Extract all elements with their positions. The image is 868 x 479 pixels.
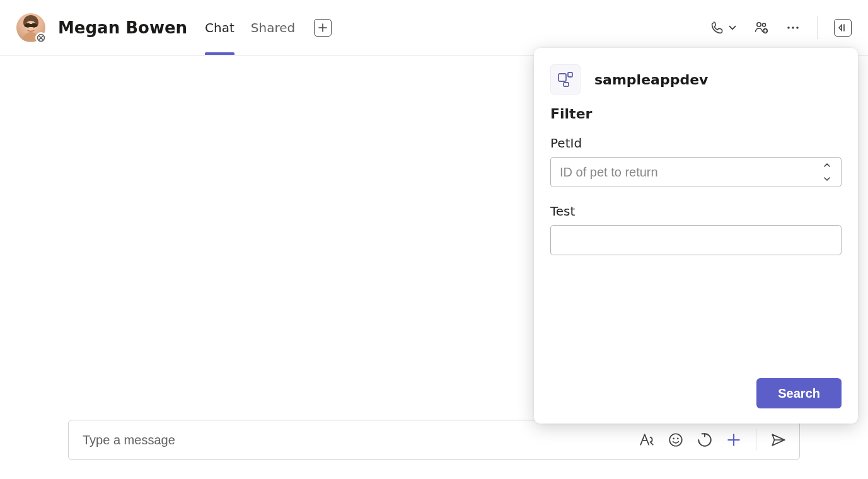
more-button[interactable] [785,20,801,35]
petid-input[interactable] [550,157,842,187]
loop-button[interactable] [697,432,713,448]
compose-divider [756,429,756,451]
petid-field-wrap [550,157,842,187]
plus-icon [318,23,328,33]
header-tabs: Chat Shared [205,0,332,55]
svg-rect-15 [568,72,572,77]
phone-icon [710,20,725,35]
app-name: sampleappdev [594,72,708,88]
svg-point-12 [673,438,674,440]
presence-offline-icon [35,32,47,43]
chevron-up-icon [823,162,831,168]
plus-icon [726,432,742,448]
test-input[interactable] [550,225,842,255]
chevron-down-icon [823,176,831,182]
message-input[interactable] [81,432,639,448]
contact-avatar[interactable] [16,13,45,42]
add-people-button[interactable] [754,20,769,35]
svg-point-9 [792,26,794,29]
header-actions [710,16,852,39]
header-divider [817,16,818,39]
svg-rect-14 [558,74,566,81]
filter-title: Filter [550,106,842,122]
popout-button[interactable] [834,19,852,37]
tab-chat[interactable]: Chat [205,0,234,55]
call-button[interactable] [710,20,738,35]
petid-label: PetId [550,136,842,151]
more-icon [785,20,801,35]
svg-point-5 [757,22,761,26]
emoji-icon [668,432,684,448]
test-field-wrap [550,225,842,255]
actions-button[interactable] [726,432,742,448]
app-icon [557,71,574,88]
svg-point-8 [787,26,790,29]
emoji-button[interactable] [668,432,684,448]
loop-icon [697,432,713,448]
extension-card: sampleappdev Filter PetId Test Search [534,48,858,424]
card-footer: Search [550,378,842,408]
contact-name: Megan Bowen [58,18,187,37]
svg-point-6 [763,23,766,26]
add-tab-button[interactable] [314,19,332,37]
popout-icon [838,23,848,33]
send-icon [770,432,787,448]
svg-point-11 [669,434,682,446]
card-header: sampleappdev [550,64,842,95]
compose-box [68,420,800,460]
svg-rect-16 [564,83,569,86]
format-button[interactable] [639,432,655,448]
svg-point-13 [677,438,679,440]
petid-stepper[interactable] [823,162,835,182]
test-label: Test [550,204,842,219]
chat-header: Megan Bowen Chat Shared [0,0,868,55]
svg-point-10 [796,26,799,29]
chevron-down-icon [727,23,738,33]
app-tile [550,64,581,95]
chat-main: sampleappdev Filter PetId Test Search [0,55,868,479]
compose-actions [639,429,787,451]
send-button[interactable] [770,432,787,448]
search-button[interactable]: Search [756,378,842,408]
tab-shared[interactable]: Shared [251,0,295,55]
format-icon [639,432,655,448]
people-add-icon [754,20,769,35]
